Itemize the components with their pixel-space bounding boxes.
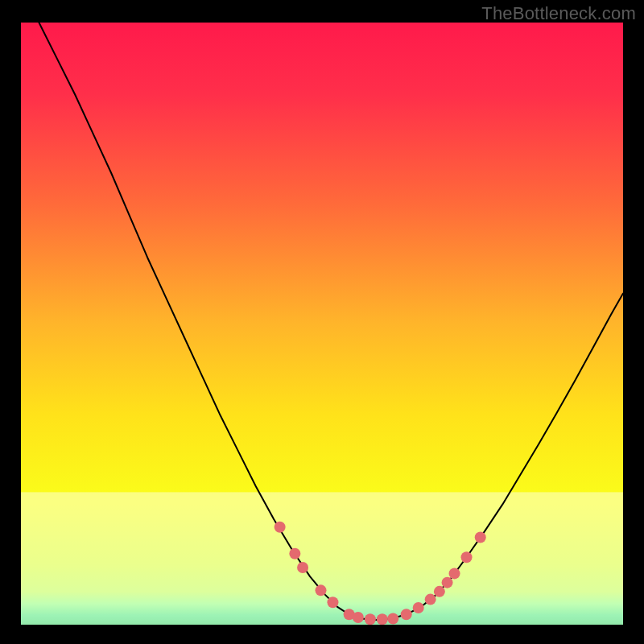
data-marker (425, 594, 436, 605)
data-marker (401, 609, 412, 620)
highlight-band (21, 492, 623, 625)
data-marker (289, 548, 300, 559)
data-marker (387, 613, 398, 625)
data-marker (449, 568, 460, 579)
data-marker (442, 577, 453, 588)
chart-svg (21, 23, 623, 625)
app-frame: TheBottleneck.com (0, 0, 644, 644)
data-marker (365, 613, 376, 625)
data-marker (297, 562, 308, 573)
data-marker (475, 532, 486, 543)
data-marker (377, 613, 388, 625)
watermark-text: TheBottleneck.com (481, 3, 636, 24)
chart (21, 23, 623, 625)
data-marker (434, 586, 445, 597)
data-marker (461, 551, 473, 563)
data-marker (353, 612, 364, 623)
data-marker (316, 584, 327, 596)
data-marker (413, 602, 424, 613)
data-marker (275, 522, 286, 533)
data-marker (327, 597, 338, 608)
